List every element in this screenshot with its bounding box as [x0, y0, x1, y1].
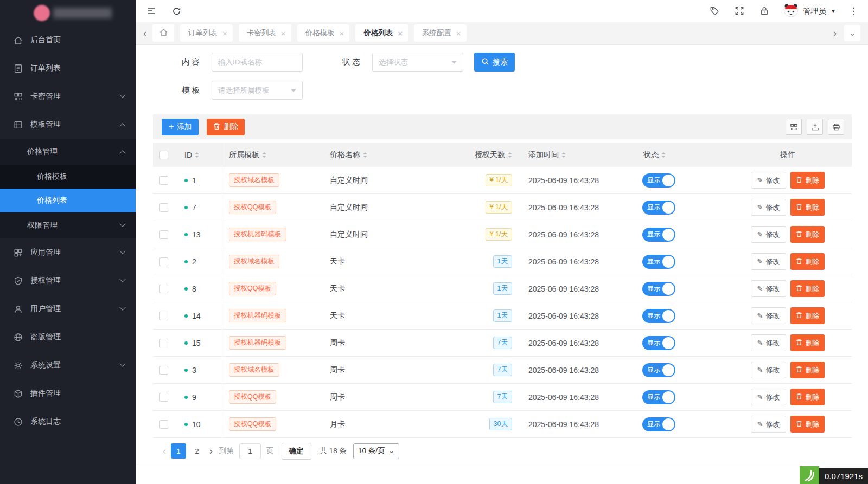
row-checkbox[interactable]	[159, 339, 168, 347]
sidebar-item-permissions[interactable]: 权限管理	[0, 212, 136, 238]
tab-price-template[interactable]: 价格模板 ×	[297, 24, 350, 42]
status-toggle[interactable]: 显示	[642, 309, 675, 323]
close-icon[interactable]: ×	[281, 29, 286, 37]
sidebar-item-cardkeys[interactable]: 卡密管理	[0, 82, 136, 111]
print-icon[interactable]	[828, 119, 844, 135]
sidebar-item-authorization[interactable]: 授权管理	[0, 267, 136, 295]
delete-button[interactable]: 删除	[790, 226, 825, 243]
column-header-template[interactable]: 所属模板	[222, 143, 324, 167]
add-button[interactable]: + 添加	[162, 119, 199, 135]
edit-button[interactable]: ✎修改	[751, 362, 787, 378]
tabs-scroll-left-icon[interactable]: ‹	[143, 28, 146, 38]
delete-button[interactable]: 删除	[790, 172, 825, 189]
edit-button[interactable]: ✎修改	[751, 280, 787, 297]
content-search-input[interactable]	[212, 53, 303, 72]
close-icon[interactable]: ×	[398, 29, 403, 37]
template-select[interactable]: 请选择所属模板	[212, 81, 303, 100]
user-menu[interactable]: 管理员 ▼	[783, 2, 836, 20]
sidebar-item-dashboard[interactable]: 后台首页	[0, 26, 136, 54]
column-header-status[interactable]: 状态	[622, 143, 724, 167]
columns-icon[interactable]	[786, 119, 802, 135]
sort-icon[interactable]	[363, 152, 367, 158]
edit-button[interactable]: ✎修改	[751, 307, 787, 324]
sidebar-item-plugins[interactable]: 插件管理	[0, 379, 136, 408]
delete-button[interactable]: 删除	[790, 362, 825, 378]
edit-button[interactable]: ✎修改	[751, 389, 787, 405]
row-checkbox[interactable]	[159, 285, 168, 293]
sidebar-item-price-list[interactable]: 价格列表	[0, 189, 136, 212]
sort-icon[interactable]	[195, 152, 199, 158]
tab-card-list[interactable]: 卡密列表 ×	[239, 24, 291, 42]
close-icon[interactable]: ×	[456, 29, 461, 37]
sort-icon[interactable]	[661, 152, 666, 158]
delete-button[interactable]: 删除	[790, 199, 825, 216]
row-checkbox[interactable]	[159, 257, 168, 266]
column-header-days[interactable]: 授权天数	[464, 143, 518, 167]
sidebar-item-orders[interactable]: 订单列表	[0, 54, 136, 82]
next-page-icon[interactable]: ›	[206, 446, 216, 457]
page-button-1[interactable]: 1	[171, 443, 186, 459]
status-toggle[interactable]: 显示	[642, 363, 675, 377]
close-icon[interactable]: ×	[340, 29, 344, 37]
status-toggle[interactable]: 显示	[642, 201, 675, 215]
delete-button[interactable]: 删除	[790, 416, 825, 433]
delete-button[interactable]: 删除	[790, 280, 825, 297]
goto-page-input[interactable]	[239, 443, 261, 459]
export-icon[interactable]	[807, 119, 823, 135]
sort-icon[interactable]	[561, 152, 566, 158]
sidebar-item-logs[interactable]: 系统日志	[0, 408, 136, 436]
delete-button[interactable]: 删除	[790, 253, 825, 270]
confirm-page-button[interactable]: 确定	[282, 443, 311, 460]
prev-page-icon[interactable]: ‹	[159, 446, 169, 457]
search-button[interactable]: 搜索	[474, 53, 515, 72]
sort-icon[interactable]	[262, 152, 266, 158]
sidebar-item-settings[interactable]: 系统设置	[0, 351, 136, 379]
status-toggle[interactable]: 显示	[642, 255, 675, 269]
sort-icon[interactable]	[508, 152, 512, 158]
status-toggle[interactable]: 显示	[642, 390, 675, 404]
edit-button[interactable]: ✎修改	[751, 334, 787, 351]
edit-button[interactable]: ✎修改	[751, 199, 787, 216]
more-menu-icon[interactable]: ⋮	[849, 5, 858, 17]
delete-button[interactable]: 删除	[790, 389, 825, 405]
tab-home[interactable]	[152, 24, 174, 42]
row-checkbox[interactable]	[159, 230, 168, 239]
sidebar-item-users[interactable]: 用户管理	[0, 295, 136, 323]
tab-order-list[interactable]: 订单列表 ×	[180, 24, 233, 42]
refresh-icon[interactable]	[170, 5, 182, 17]
status-select[interactable]: 选择状态	[372, 53, 463, 72]
column-header-name[interactable]: 价格名称	[324, 143, 464, 167]
sidebar-item-price-template[interactable]: 价格模板	[0, 165, 136, 189]
bulk-delete-button[interactable]: 删除	[207, 119, 245, 135]
status-toggle[interactable]: 显示	[642, 282, 675, 296]
delete-button[interactable]: 删除	[790, 334, 825, 351]
tag-icon[interactable]	[709, 5, 720, 17]
page-size-select[interactable]: 10 条/页 ⌄	[353, 443, 399, 459]
status-toggle[interactable]: 显示	[642, 173, 675, 188]
sidebar-item-templates[interactable]: 模板管理	[0, 111, 136, 139]
row-checkbox[interactable]	[159, 203, 168, 212]
row-checkbox[interactable]	[159, 176, 168, 185]
edit-button[interactable]: ✎修改	[751, 416, 787, 433]
page-button-2[interactable]: 2	[189, 443, 205, 459]
tab-price-list[interactable]: 价格列表 ×	[355, 24, 408, 42]
row-checkbox[interactable]	[159, 312, 168, 320]
edit-button[interactable]: ✎修改	[751, 253, 787, 270]
tabs-dropdown-icon[interactable]: ⌄	[844, 25, 860, 41]
collapse-sidebar-icon[interactable]	[145, 5, 157, 17]
delete-button[interactable]: 删除	[790, 307, 825, 324]
tabs-scroll-right-icon[interactable]: ›	[833, 28, 837, 38]
status-toggle[interactable]: 显示	[642, 417, 675, 431]
row-checkbox[interactable]	[159, 420, 168, 429]
sidebar-item-price-management[interactable]: 价格管理	[0, 139, 136, 165]
row-checkbox[interactable]	[159, 393, 168, 402]
sidebar-item-apps[interactable]: 应用管理	[0, 238, 136, 267]
row-checkbox[interactable]	[159, 366, 168, 375]
close-icon[interactable]: ×	[222, 29, 227, 37]
column-header-id[interactable]: ID	[175, 143, 222, 167]
fullscreen-icon[interactable]	[733, 5, 745, 17]
status-toggle[interactable]: 显示	[642, 228, 675, 242]
tab-system-config[interactable]: 系统配置 ×	[414, 24, 467, 42]
column-header-time[interactable]: 添加时间	[518, 143, 622, 167]
sidebar-item-piracy[interactable]: 盗版管理	[0, 323, 136, 351]
